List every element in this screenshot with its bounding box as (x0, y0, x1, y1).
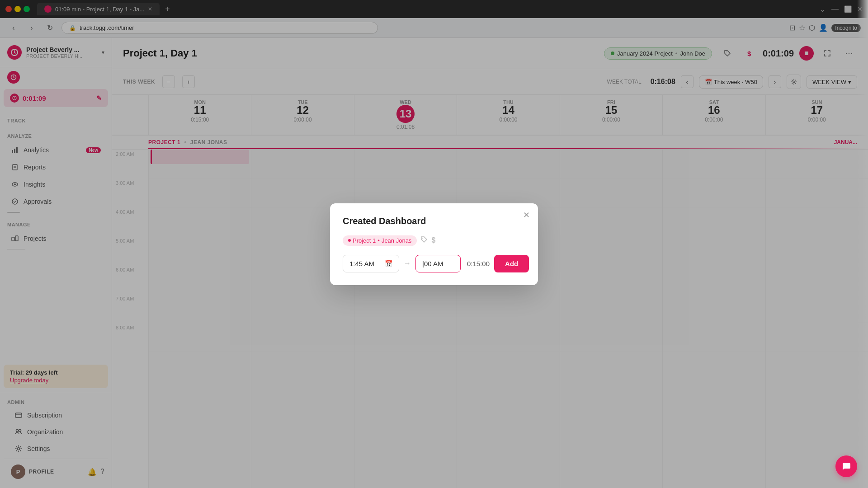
arrow-icon: → (404, 259, 411, 267)
modal-end-time-input[interactable] (415, 255, 461, 272)
modal-start-time-input[interactable]: 📅 (343, 255, 399, 272)
modal-dollar-icon[interactable]: $ (431, 236, 435, 244)
modal-tag-icon[interactable] (420, 236, 428, 245)
modal-overlay[interactable]: ✕ Created Dashboard Project 1 • Jean Jon… (0, 0, 868, 488)
create-dashboard-modal: ✕ Created Dashboard Project 1 • Jean Jon… (330, 203, 538, 285)
modal-meta: Project 1 • Jean Jonas $ (343, 235, 525, 246)
modal-project-label: Project 1 (353, 237, 376, 244)
modal-close-btn[interactable]: ✕ (520, 209, 533, 221)
modal-separator: • (377, 237, 380, 244)
svg-point-22 (422, 238, 423, 239)
modal-project-tag[interactable]: Project 1 • Jean Jonas (343, 235, 417, 246)
modal-title: Created Dashboard (343, 216, 525, 226)
modal-time-row: 📅 → 0:15:00 Add (343, 255, 525, 272)
modal-add-btn[interactable]: Add (494, 255, 529, 272)
modal-project-dot (348, 239, 351, 242)
chat-fab-btn[interactable] (835, 455, 857, 477)
modal-person-label: Jean Jonas (382, 237, 412, 244)
start-calendar-icon[interactable]: 📅 (385, 260, 392, 267)
modal-duration: 0:15:00 (467, 260, 490, 267)
end-time-field[interactable] (422, 260, 454, 267)
start-time-field[interactable] (349, 260, 381, 267)
